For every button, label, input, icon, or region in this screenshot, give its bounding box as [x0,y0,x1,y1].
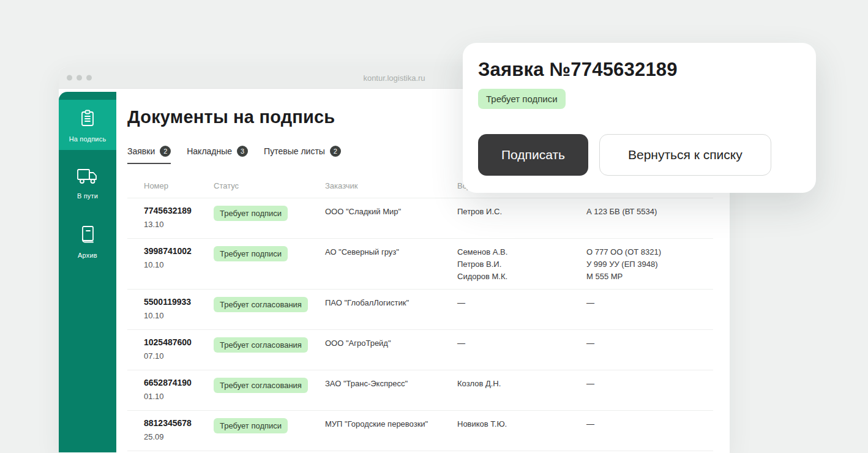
order-date: 01.10 [144,392,214,401]
request-actions: Подписать Вернуться к списку [478,134,799,176]
table-row[interactable]: 5500119933 10.10 Требует согласования ПА… [127,290,713,330]
sidebar-item-label: Архив [78,252,97,259]
vehicle-number: О 777 ОО (ОТ 8321) У 999 УУ (ЕП 3948) М … [586,246,713,283]
order-date: 25.09 [144,432,214,441]
status-badge: Требует подписи [214,418,288,433]
book-icon [77,223,99,248]
order-number: 7745632189 [144,206,214,215]
order-date: 10.10 [144,311,214,320]
order-number: 5500119933 [144,297,214,307]
sidebar-item-v-puti[interactable]: В пути [59,158,116,208]
tab-nakladnye[interactable]: Накладные 3 [187,146,248,164]
tab-zayavki[interactable]: Заявки 2 [127,146,171,164]
customer-name: ЗАО "Транс-Экспресс" [325,378,457,404]
column-header-customer: Заказчик [325,181,457,190]
vehicle-number: — [586,297,713,323]
sidebar: На подпись В пути [59,92,116,452]
table-row[interactable]: 6652874190 01.10 Требует согласования ЗА… [127,370,713,411]
order-date: 10.10 [144,260,214,269]
column-header-status: Статус [214,181,325,190]
status-badge: Требует согласования [214,378,308,393]
order-number: 8812345678 [144,418,214,428]
order-number: 3998741002 [144,246,214,256]
vehicle-number: — [586,418,713,444]
tab-putevye-listy[interactable]: Путевые листы 2 [264,146,341,164]
vehicle-number: — [586,337,713,364]
customer-name: ООО "Сладкий Мир" [325,206,457,232]
customer-name: ПАО "ГлобалЛогистик" [325,297,457,323]
driver-name: Новиков Т.Ю. [457,418,586,444]
customer-name: АО "Северный груз" [325,246,457,283]
column-header-number: Номер [144,181,214,190]
sign-button[interactable]: Подписать [478,134,588,176]
order-date: 07.10 [144,351,214,361]
table-row[interactable]: 1025487600 07.10 Требует согласования ОО… [127,330,713,370]
customer-name: МУП "Городские перевозки" [325,418,457,444]
driver-name: — [457,337,586,364]
table-row[interactable]: 8812345678 25.09 Требует подписи МУП "Го… [127,411,713,451]
sidebar-item-arhiv[interactable]: Архив [59,216,116,266]
customer-name: ООО "АгроТрейд" [325,337,457,364]
request-detail-card: Заявка №7745632189 Требует подписи Подпи… [463,43,816,193]
documents-table: Номер Статус Заказчик Водитель 774563218… [127,176,713,451]
status-badge: Требует подписи [214,246,288,261]
request-title: Заявка №7745632189 [478,59,799,81]
request-status-badge: Требует подписи [478,89,566,109]
back-to-list-button[interactable]: Вернуться к списку [599,134,771,176]
table-row[interactable]: 7745632189 13.10 Требует подписи ООО "Сл… [127,198,713,239]
tab-label: Путевые листы [264,146,325,156]
sidebar-item-na-podpis[interactable]: На подпись [59,100,116,150]
driver-name: Семенов А.В. Петров В.И. Сидоров М.К. [457,246,586,283]
order-number: 1025487600 [144,337,214,347]
tab-count-badge: 2 [330,146,341,157]
tab-count-badge: 2 [160,146,171,157]
driver-name: Козлов Д.Н. [457,378,586,404]
status-badge: Требует подписи [214,206,288,221]
sidebar-item-label: На подпись [69,135,107,143]
vehicle-number: А 123 БВ (ВТ 5534) [586,206,713,232]
truck-icon [75,167,100,189]
status-badge: Требует согласования [214,297,308,312]
clipboard-icon [77,107,99,132]
order-date: 13.10 [144,220,214,229]
status-badge: Требует согласования [214,337,308,353]
order-number: 6652874190 [144,378,214,387]
vehicle-number: — [586,378,713,404]
driver-name: Петров И.С. [457,206,586,232]
tab-label: Заявки [127,146,155,156]
sidebar-item-label: В пути [77,192,98,200]
tab-count-badge: 3 [237,146,248,157]
driver-name: — [457,297,586,323]
tab-label: Накладные [187,146,232,156]
table-row[interactable]: 3998741002 10.10 Требует подписи АО "Сев… [127,239,713,290]
